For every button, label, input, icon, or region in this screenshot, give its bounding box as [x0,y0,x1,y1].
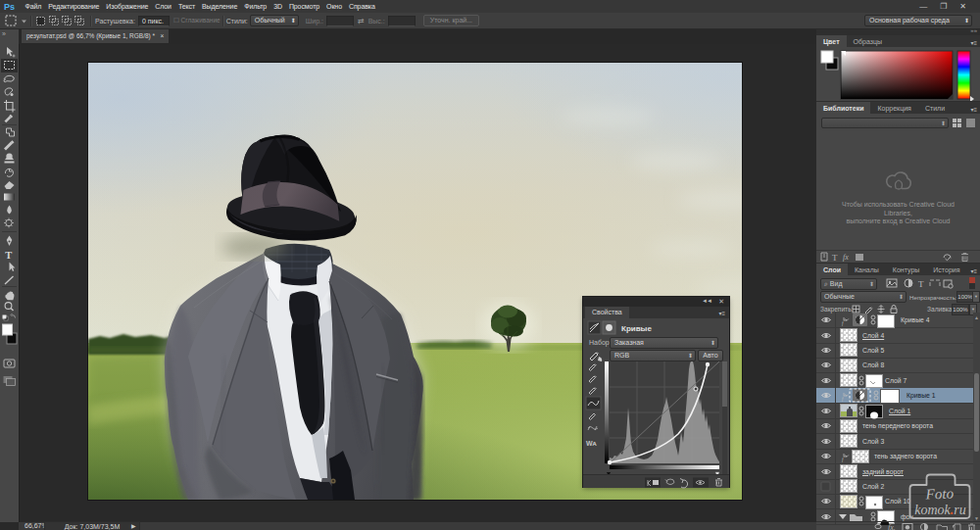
svg-text:f: f [842,457,845,462]
svg-text:Кривые: Кривые [621,324,652,333]
svg-text:Foto: Foto [924,485,954,502]
svg-text:fx.: fx. [888,523,896,530]
svg-text:f: f [842,396,845,402]
svg-text:Wᴀ: Wᴀ [586,440,598,447]
svg-text:f: f [842,320,845,326]
svg-text:T: T [5,250,12,261]
svg-text:komok.ru: komok.ru [914,503,966,517]
svg-text:T: T [832,253,838,263]
svg-text:»: » [2,30,6,37]
svg-text:fx: fx [843,253,849,262]
svg-text:T: T [918,279,924,289]
